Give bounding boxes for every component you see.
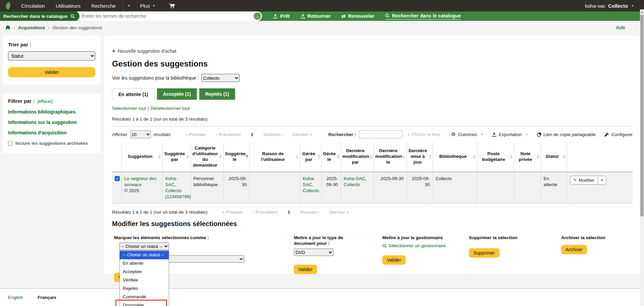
sort-submit-button[interactable]: Valider bbox=[8, 67, 95, 77]
status-option-pending[interactable]: En attente bbox=[120, 259, 169, 268]
col-managed-by[interactable]: Gérée par bbox=[300, 142, 321, 172]
delete-button[interactable]: Supprimer bbox=[469, 248, 499, 258]
row-checkbox-checked[interactable]: ✓ bbox=[115, 176, 120, 181]
sort-icon[interactable] bbox=[296, 155, 299, 159]
edit-button[interactable]: ✎ Modifier bbox=[570, 176, 598, 185]
tab-accepted[interactable]: Acceptée (1) bbox=[157, 88, 197, 100]
sort-icon[interactable] bbox=[510, 155, 513, 159]
col-private-note[interactable]: Note privée bbox=[514, 142, 541, 172]
home-icon[interactable] bbox=[5, 25, 10, 30]
nav-recherche[interactable]: Recherche bbox=[86, 0, 121, 11]
select-manager-link[interactable]: Sélectionner un gestionnaire bbox=[382, 243, 463, 248]
per-page-select[interactable]: 20 bbox=[130, 130, 151, 138]
pager-last[interactable]: Dernier » bbox=[292, 132, 312, 137]
scrollbar-thumb[interactable] bbox=[640, 15, 644, 216]
col-status[interactable]: Statut bbox=[541, 142, 567, 172]
col-suggested-by[interactable]: Suggérée par bbox=[162, 142, 191, 172]
checkin-link[interactable]: Retourner bbox=[301, 13, 331, 19]
col-fund[interactable]: Poste budgétaire bbox=[477, 142, 514, 172]
sort-icon[interactable] bbox=[317, 155, 320, 159]
suggested-by-link[interactable]: Koha-SAC, Collecto (123456789) bbox=[165, 176, 191, 200]
clear-filter-button[interactable]: × Effacer le filtre bbox=[407, 132, 440, 137]
manager-submit-button[interactable]: Valider bbox=[382, 255, 406, 265]
sort-icon[interactable] bbox=[429, 155, 431, 159]
status-select[interactable]: -- Choisir un statut -- bbox=[119, 243, 169, 250]
koha-logo-icon[interactable] bbox=[4, 2, 12, 10]
sort-icon[interactable] bbox=[563, 155, 566, 159]
col-modified-on[interactable]: Dernière modification le bbox=[374, 142, 407, 172]
nav-circulation[interactable]: Circulation bbox=[16, 0, 50, 11]
checkout-link[interactable]: Prêt bbox=[273, 13, 289, 19]
pager-page-1[interactable]: 1 bbox=[251, 132, 254, 137]
status-option-checked[interactable]: Vérifiée bbox=[120, 276, 169, 285]
scroll-up-arrow-icon[interactable] bbox=[641, 11, 643, 13]
table-search-input[interactable] bbox=[359, 130, 402, 138]
export-button[interactable]: Exportation ▼ bbox=[492, 132, 528, 137]
status-option-available[interactable]: Disponible bbox=[120, 301, 169, 306]
col-managed-on[interactable]: Gérée le bbox=[321, 142, 341, 172]
new-suggestion-link[interactable]: + Nouvelle suggestion d'achat bbox=[112, 48, 633, 54]
modified-by-link[interactable]: Koha-SAC, Collecto bbox=[344, 176, 367, 187]
catalog-search-tab[interactable]: Rechercher dans le catalogue bbox=[0, 11, 79, 21]
library-filter-select[interactable]: Collecto bbox=[201, 74, 239, 82]
doctype-submit-button[interactable]: Valider bbox=[294, 265, 317, 274]
select-all-link[interactable]: Sélectionner tout bbox=[112, 106, 146, 111]
nav-plus[interactable]: Plus ▼ bbox=[135, 0, 161, 11]
columns-button[interactable]: ⚙ Colonnes ▼ bbox=[451, 131, 483, 137]
sort-icon[interactable] bbox=[537, 155, 539, 159]
sort-icon[interactable] bbox=[370, 155, 372, 159]
configure-button[interactable]: Configurer bbox=[604, 132, 633, 137]
sort-icon[interactable] bbox=[219, 155, 222, 159]
archive-button[interactable]: Archiver bbox=[561, 245, 587, 254]
tab-rejected[interactable]: Rejetés (1) bbox=[199, 88, 235, 100]
col-suggestion[interactable]: Suggestion bbox=[121, 142, 162, 172]
col-modified-by[interactable]: Dernière modification par bbox=[341, 142, 374, 172]
sort-by-select[interactable]: Statut bbox=[8, 51, 95, 60]
help-link[interactable]: Aide bbox=[616, 25, 625, 30]
filter-biblio-link[interactable]: Informations bibliographiques bbox=[8, 109, 95, 115]
catalog-search-input[interactable] bbox=[74, 11, 262, 21]
sort-icon[interactable] bbox=[158, 155, 161, 159]
cart-icon[interactable] bbox=[165, 0, 178, 11]
status-option-rejected[interactable]: Rejetés bbox=[120, 285, 169, 293]
filter-clear-link[interactable]: [effacer] bbox=[38, 99, 53, 104]
status-option-ordered[interactable]: Commandé bbox=[120, 293, 169, 301]
pager-next[interactable]: Suivant › bbox=[300, 210, 319, 215]
col-patron-category[interactable]: Catégorie d'utilisateur du demandeur bbox=[191, 142, 223, 172]
breadcrumb-acquisitions[interactable]: Acquisitions bbox=[18, 25, 45, 30]
language-english-link[interactable]: English bbox=[8, 295, 23, 300]
renew-link[interactable]: ⇄ Renouveler bbox=[341, 13, 375, 19]
pager-prev[interactable]: ‹ Précédent bbox=[216, 132, 241, 137]
col-suggested-on[interactable]: Suggérée le bbox=[223, 142, 250, 172]
pager-last[interactable]: Dernier » bbox=[329, 210, 349, 215]
col-library[interactable]: Bibliothèque bbox=[433, 142, 477, 172]
doctype-select[interactable]: DVD bbox=[294, 249, 333, 256]
pager-first[interactable]: « Premier bbox=[222, 210, 243, 215]
search-catalog-link[interactable]: Rechercher dans le catalogue bbox=[385, 13, 461, 19]
pager-next[interactable]: Suivant › bbox=[263, 132, 282, 137]
suggestion-title-link[interactable]: Le seigneur des anneaux bbox=[124, 176, 157, 187]
col-patron-reason[interactable]: Raison de l'utilisateur bbox=[250, 142, 300, 172]
filter-acquisition-link[interactable]: Informations d'acquisition bbox=[8, 130, 95, 135]
copy-link-button[interactable]: Lien de copie partageable bbox=[537, 132, 596, 137]
edit-dropdown-caret[interactable]: ▲ bbox=[598, 176, 606, 185]
logged-in-user-menu[interactable]: koha-sac Collecto ▼ bbox=[585, 3, 634, 9]
filter-suggestion-link[interactable]: Informations sur la suggestion bbox=[8, 120, 95, 125]
sort-icon[interactable] bbox=[186, 155, 189, 159]
pager-first[interactable]: « Premier bbox=[185, 132, 206, 137]
vertical-scrollbar[interactable] bbox=[640, 9, 644, 306]
nav-utilisateurs[interactable]: Utilisateurs bbox=[50, 0, 86, 11]
sort-icon[interactable] bbox=[402, 155, 405, 159]
sort-icon[interactable] bbox=[473, 155, 476, 159]
deselect-all-link[interactable]: Désélectionner tout bbox=[151, 106, 190, 111]
sort-icon[interactable] bbox=[337, 155, 339, 159]
col-updated-on[interactable]: Dernière mise à jour bbox=[407, 142, 433, 172]
pager-prev[interactable]: ‹ Précédent bbox=[253, 210, 278, 215]
managed-by-link[interactable]: Koha-SAC, Collecto bbox=[303, 176, 319, 193]
status-option-accepted[interactable]: Acceptée bbox=[120, 268, 169, 276]
status-option-choose[interactable]: -- Choisir un statut -- bbox=[120, 251, 169, 259]
search-dropdown-caret-icon[interactable]: ▼ bbox=[123, 0, 135, 11]
sort-asc-icon[interactable] bbox=[246, 155, 248, 159]
tab-pending[interactable]: En attente (1) bbox=[112, 88, 155, 100]
include-archived-checkbox[interactable] bbox=[8, 141, 13, 146]
